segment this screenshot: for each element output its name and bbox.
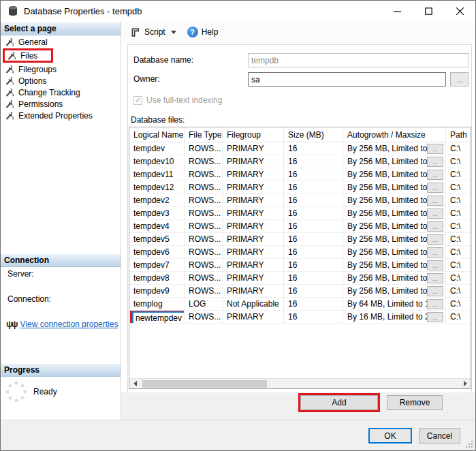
autogrowth-browse-button[interactable]: ...	[427, 260, 443, 270]
path-cell[interactable]: C:\	[446, 181, 471, 193]
autogrowth-browse-button[interactable]: ...	[427, 234, 443, 245]
size-cell[interactable]: 16	[284, 285, 343, 297]
size-cell[interactable]: 16	[284, 207, 343, 219]
logical-name-cell[interactable]: tempdev	[129, 142, 185, 155]
path-cell[interactable]: C:\	[446, 142, 471, 155]
logical-name-cell[interactable]: tempdev2	[129, 194, 185, 206]
file-row[interactable]: tempdev5 ROWS... PRIMARY 16 By 256 MB, L…	[129, 233, 471, 246]
size-cell[interactable]: 16	[284, 246, 343, 258]
file-row[interactable]: tempdev8 ROWS... PRIMARY 16 By 256 MB, L…	[129, 272, 471, 285]
file-row[interactable]: newtempdev ROWS... PRIMARY 16 By 16 MB, …	[129, 311, 471, 324]
sidebar-page-item[interactable]: General	[1, 36, 121, 48]
logical-name-cell[interactable]: tempdev4	[129, 220, 185, 232]
scroll-left-arrow[interactable]	[129, 379, 140, 388]
column-header-autogrowth[interactable]: Autogrowth / Maxsize	[343, 127, 446, 142]
file-row[interactable]: tempdev9 ROWS... PRIMARY 16 By 256 MB, L…	[129, 285, 471, 298]
path-cell[interactable]: C:\	[446, 272, 471, 284]
autogrowth-browse-button[interactable]: ...	[427, 273, 443, 283]
file-type-cell[interactable]: ROWS...	[185, 246, 223, 258]
filegroup-cell[interactable]: PRIMARY	[223, 207, 284, 219]
autogrowth-browse-button[interactable]: ...	[427, 196, 443, 206]
autogrowth-cell[interactable]: By 256 MB, Limited to ... ...	[343, 259, 446, 271]
path-cell[interactable]: C:\	[446, 155, 471, 168]
sidebar-page-item[interactable]: Files	[3, 48, 53, 63]
size-cell[interactable]: 16	[284, 155, 343, 168]
path-cell[interactable]: C:\	[446, 246, 471, 258]
size-cell[interactable]: 16	[284, 142, 343, 155]
column-header-size[interactable]: Size (MB)	[284, 127, 343, 142]
file-row[interactable]: tempdev6 ROWS... PRIMARY 16 By 256 MB, L…	[129, 246, 471, 259]
file-type-cell[interactable]: ROWS...	[185, 259, 223, 271]
sidebar-page-item[interactable]: Filegroups	[1, 63, 121, 75]
logical-name-cell[interactable]: tempdev11	[129, 168, 185, 181]
autogrowth-browse-button[interactable]: ...	[427, 170, 443, 180]
maximize-button[interactable]	[413, 1, 444, 21]
filegroup-cell[interactable]: PRIMARY	[223, 311, 284, 323]
view-connection-properties-link[interactable]: View connection properties	[20, 320, 118, 329]
filegroup-cell[interactable]: Not Applicable	[223, 298, 284, 310]
help-button[interactable]: ? Help	[184, 25, 222, 40]
autogrowth-cell[interactable]: By 256 MB, Limited to ... ...	[343, 155, 446, 168]
autogrowth-cell[interactable]: By 256 MB, Limited to ... ...	[343, 181, 446, 193]
path-cell[interactable]: C:\	[446, 311, 471, 323]
file-row[interactable]: templog LOG Not Applicable 16 By 64 MB, …	[129, 298, 471, 311]
size-cell[interactable]: 16	[284, 181, 343, 193]
filegroup-cell[interactable]: PRIMARY	[223, 246, 284, 258]
filegroup-cell[interactable]: PRIMARY	[223, 168, 284, 181]
autogrowth-browse-button[interactable]: ...	[427, 208, 443, 219]
filegroup-cell[interactable]: PRIMARY	[223, 220, 284, 232]
autogrowth-cell[interactable]: By 256 MB, Limited to ... ...	[343, 285, 446, 297]
filegroup-cell[interactable]: PRIMARY	[223, 155, 284, 168]
sidebar-page-item[interactable]: Options	[1, 75, 121, 87]
filegroup-cell[interactable]: PRIMARY	[223, 233, 284, 245]
autogrowth-browse-button[interactable]: ...	[427, 247, 443, 258]
owner-browse-button[interactable]: ...	[450, 72, 469, 87]
path-cell[interactable]: C:\	[446, 220, 471, 232]
resize-grip[interactable]	[465, 440, 474, 449]
autogrowth-cell[interactable]: By 256 MB, Limited to ... ...	[343, 168, 446, 181]
logical-name-cell[interactable]: tempdev10	[129, 155, 185, 168]
autogrowth-cell[interactable]: By 64 MB, Limited to 1... ...	[343, 298, 446, 310]
path-cell[interactable]: C:\	[446, 298, 471, 310]
file-type-cell[interactable]: ROWS...	[185, 207, 223, 219]
file-type-cell[interactable]: ROWS...	[185, 168, 223, 181]
path-cell[interactable]: C:\	[446, 168, 471, 181]
file-type-cell[interactable]: ROWS...	[185, 272, 223, 284]
autogrowth-cell[interactable]: By 256 MB, Limited to ... ...	[343, 194, 446, 206]
horizontal-scrollbar[interactable]	[129, 378, 471, 388]
size-cell[interactable]: 16	[284, 233, 343, 245]
column-header-file-type[interactable]: File Type	[185, 127, 223, 142]
file-type-cell[interactable]: ROWS...	[185, 220, 223, 232]
size-cell[interactable]: 16	[284, 298, 343, 310]
file-row[interactable]: tempdev12 ROWS... PRIMARY 16 By 256 MB, …	[129, 181, 471, 194]
file-type-cell[interactable]: ROWS...	[185, 194, 223, 206]
scrollbar-thumb[interactable]	[142, 380, 267, 388]
size-cell[interactable]: 16	[284, 272, 343, 284]
autogrowth-browse-button[interactable]: ...	[427, 144, 443, 154]
path-cell[interactable]: C:\	[446, 233, 471, 245]
column-header-filegroup[interactable]: Filegroup	[223, 127, 284, 142]
file-type-cell[interactable]: ROWS...	[185, 155, 223, 168]
file-type-cell[interactable]: LOG	[185, 298, 223, 310]
path-cell[interactable]: C:\	[446, 285, 471, 297]
filegroup-cell[interactable]: PRIMARY	[223, 181, 284, 193]
autogrowth-cell[interactable]: By 16 MB, Limited to 2... ...	[343, 311, 446, 323]
autogrowth-cell[interactable]: By 256 MB, Limited to ... ...	[343, 142, 446, 155]
path-cell[interactable]: C:\	[446, 194, 471, 206]
logical-name-cell[interactable]: newtempdev	[129, 311, 185, 323]
file-type-cell[interactable]: ROWS...	[185, 311, 223, 323]
path-cell[interactable]: C:\	[446, 259, 471, 271]
logical-name-cell[interactable]: tempdev9	[129, 285, 185, 297]
size-cell[interactable]: 16	[284, 168, 343, 181]
size-cell[interactable]: 16	[284, 194, 343, 206]
add-button[interactable]: Add	[300, 395, 378, 410]
autogrowth-cell[interactable]: By 256 MB, Limited to ... ...	[343, 207, 446, 219]
file-type-cell[interactable]: ROWS...	[185, 181, 223, 193]
filegroup-cell[interactable]: PRIMARY	[223, 259, 284, 271]
logical-name-input[interactable]	[132, 311, 185, 323]
script-button[interactable]: Script	[127, 25, 180, 40]
file-row[interactable]: tempdev ROWS... PRIMARY 16 By 256 MB, Li…	[129, 142, 471, 155]
filegroup-cell[interactable]: PRIMARY	[223, 142, 284, 155]
autogrowth-browse-button[interactable]: ...	[427, 299, 443, 309]
file-row[interactable]: tempdev10 ROWS... PRIMARY 16 By 256 MB, …	[129, 155, 471, 168]
